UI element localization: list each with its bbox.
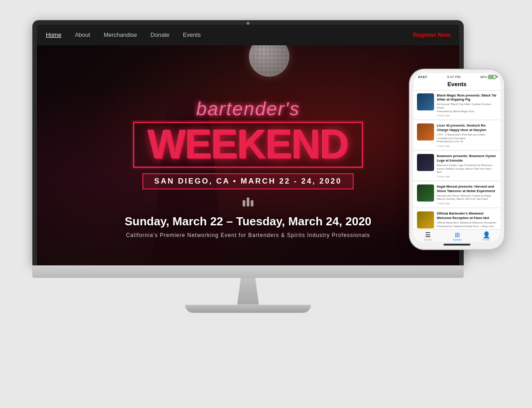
imac-device: Home About Merchandise Donate Events Reg… [32, 20, 464, 313]
event-thumb-image [417, 154, 434, 171]
nav-item-home[interactable]: Home [46, 31, 62, 38]
event-item[interactable]: Bowmore presents: Bowmore Oyster Luge at… [413, 151, 501, 181]
event-info: Ilegal Mezcal presents: Harvard and Ston… [437, 184, 497, 205]
website: Home About Merchandise Donate Events Reg… [37, 25, 459, 265]
iphone-time: 5:47 PM [447, 75, 461, 79]
scene: Home About Merchandise Donate Events Reg… [19, 11, 513, 397]
event-time: 4 days ago [437, 114, 497, 117]
hero-section: bartender's WEEKEND SAN DIEGO, CA • MARC… [37, 45, 459, 265]
hero-script-text: bartender's [196, 99, 300, 119]
event-desc: Harvard and Stone Takeover Fueled by Ile… [437, 194, 497, 202]
events-list[interactable]: Black Magic Rum presents: Black Tai Affa… [413, 91, 501, 229]
hero-date-text: SAN DIEGO, CA • MARCH 22 - 24, 2020 [154, 177, 341, 185]
iphone-tab-events-label: Events [453, 238, 461, 241]
event-title: Bowmore presents: Bowmore Oyster Luge at… [437, 154, 497, 163]
event-thumbnail [417, 93, 434, 110]
event-presenter: Presented by Black Magic Rum [437, 110, 497, 114]
event-item[interactable]: Licor 43 presents: Deutsch Re-Charge Hap… [413, 121, 501, 150]
event-thumbnail [417, 123, 434, 140]
event-title: Official Bartender's Weekend Welcome Rec… [437, 211, 497, 220]
event-info: Bowmore presents: Bowmore Oyster Luge at… [437, 154, 497, 178]
event-title: Licor 43 presents: Deutsch Re-Charge Hap… [437, 123, 497, 132]
event-thumbnail [417, 211, 434, 228]
hero-content: bartender's WEEKEND SAN DIEGO, CA • MARC… [124, 99, 371, 238]
iphone-app-header: Events [413, 80, 501, 91]
event-desc: LYFT - A Bartender's Pick-Me-Up Coffee, … [437, 133, 497, 140]
event-time: 4 days ago [437, 175, 497, 178]
iphone-tab-profile[interactable]: 👤 Profile [483, 232, 490, 241]
iphone-tab-activity[interactable]: ☰ Activity [424, 232, 432, 241]
battery-icon [488, 75, 496, 79]
event-desc: Official Bartender's Weekend Welcome Rec… [437, 221, 497, 228]
nav-item-about[interactable]: About [75, 31, 90, 38]
hero-title-text: WEEKEND [133, 122, 363, 168]
event-thumbnail [417, 154, 434, 171]
event-info: Licor 43 presents: Deutsch Re-Charge Hap… [437, 123, 497, 147]
iphone-home-indicator [443, 244, 470, 246]
event-thumb-image [417, 123, 434, 140]
iphone-tab-events[interactable]: ⊞ Events [453, 232, 461, 241]
event-info: Official Bartender's Weekend Welcome Rec… [437, 211, 497, 229]
event-thumb-image [417, 93, 434, 110]
imac-chin [32, 265, 464, 278]
event-title: Ilegal Mezcal presents: Harvard and Ston… [437, 184, 497, 193]
event-item[interactable]: Black Magic Rum presents: Black Tai Affa… [413, 91, 501, 120]
iphone-tab-profile-label: Profile [483, 238, 490, 241]
event-thumb-image [417, 211, 434, 228]
hero-dates-line: Sunday, March 22 – Tuesday, March 24, 20… [124, 215, 371, 228]
event-desc: 3rd Annual 'Black Thai Affair' Cocktail … [437, 103, 497, 110]
event-info: Black Magic Rum presents: Black Tai Affa… [437, 93, 497, 117]
profile-icon: 👤 [483, 232, 490, 238]
battery-fill [489, 76, 494, 78]
iphone-battery-percent: 86% [480, 75, 487, 79]
event-presenter: Presented by Licor 43 [437, 140, 497, 144]
imac-bezel: Home About Merchandise Donate Events Reg… [32, 20, 464, 265]
event-item[interactable]: Ilegal Mezcal presents: Harvard and Ston… [413, 182, 501, 208]
iphone-device: AT&T 5:47 PM 86% Events B [410, 70, 504, 249]
event-thumb-image [417, 184, 434, 202]
event-time: 4 days ago [437, 145, 497, 147]
hero-date-box: SAN DIEGO, CA • MARCH 22 - 24, 2020 [142, 173, 353, 189]
register-now-button[interactable]: Register Now [413, 31, 450, 38]
imac-screen: Home About Merchandise Donate Events Reg… [37, 25, 459, 265]
nav-item-events[interactable]: Events [183, 31, 201, 38]
nav-item-donate[interactable]: Donate [151, 31, 169, 38]
activity-icon: ☰ [425, 232, 431, 238]
nav-item-merchandise[interactable]: Merchandise [104, 31, 137, 38]
navbar: Home About Merchandise Donate Events Reg… [37, 25, 459, 45]
event-desc: Bowmore Oyster Luge Presented by Bowmore… [437, 164, 497, 174]
iphone-tabbar: ☰ Activity ⊞ Events 👤 Profile [413, 229, 501, 242]
event-item[interactable]: Official Bartender's Weekend Welcome Rec… [413, 209, 501, 229]
iphone-carrier: AT&T [418, 75, 427, 79]
iphone-statusbar: AT&T 5:47 PM 86% [413, 73, 501, 80]
imac-stand-base [185, 305, 311, 313]
events-icon: ⊞ [455, 232, 460, 238]
iphone-screen: AT&T 5:47 PM 86% Events B [413, 73, 501, 242]
iphone-tab-activity-label: Activity [424, 238, 432, 241]
hero-subtitle: California's Premiere Networking Event f… [126, 232, 370, 238]
imac-stand-neck [230, 278, 266, 305]
iphone-status-icons: 86% [480, 75, 496, 79]
play-icon [240, 194, 256, 206]
imac-camera [247, 22, 249, 25]
event-thumbnail [417, 184, 434, 202]
event-title: Black Magic Rum presents: Black Tai Affa… [437, 93, 497, 102]
event-time: 4 days ago [437, 202, 497, 205]
